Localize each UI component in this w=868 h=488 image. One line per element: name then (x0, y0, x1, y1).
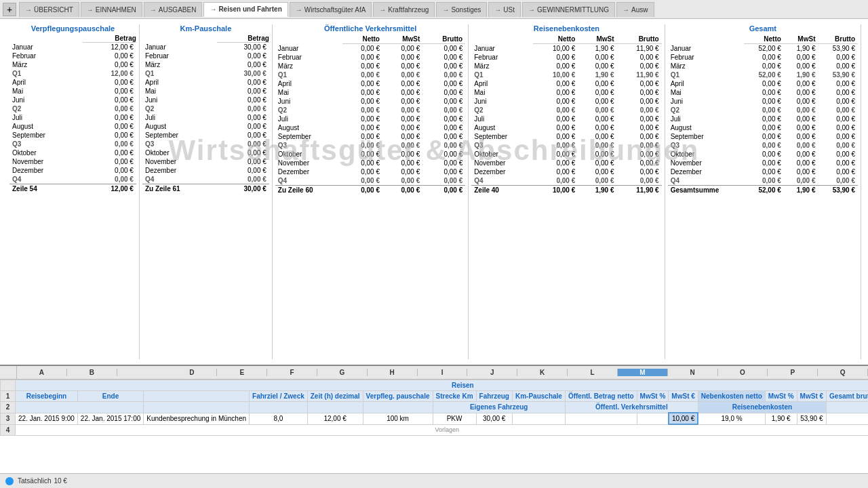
zweck-cell[interactable]: Kundenbesprechung in München (144, 413, 250, 424)
col-header-13: MwSt % (765, 391, 797, 402)
col-letter-E[interactable]: E (217, 369, 267, 376)
verpfleg-cell[interactable]: 12,00 € (307, 413, 363, 424)
col-header-10: MwSt % (637, 391, 669, 402)
upper-section: Wirtschaftsgüter & Abschreibungen Verpfl… (0, 19, 868, 365)
col-header-5: Verpfleg. pauschale (363, 391, 433, 402)
sub-header-blank4 (307, 402, 363, 413)
table-row: 3 22. Jan. 2015 9:00 22. Jan. 2015 17:00… (1, 413, 869, 424)
col-header-11: MwSt € (669, 391, 698, 402)
col-header-3: Fahrziel / Zweck (250, 391, 308, 402)
reisen-title: Reisen (16, 380, 869, 391)
col-header-4: Zeit (h) dezimal (307, 391, 363, 402)
vorlagen-label: Vorlagen (16, 424, 869, 435)
km-pausch-cell[interactable]: 30,00 € (476, 413, 512, 424)
col-letter-N[interactable]: N (668, 369, 718, 376)
col-letter-M[interactable]: M (618, 369, 668, 376)
col-letter-L[interactable]: L (568, 369, 618, 376)
status-indicator (5, 477, 14, 485)
col-letter-D[interactable]: D (167, 369, 217, 376)
mwst-eur2-cell[interactable]: 1,90 € (765, 413, 797, 424)
row-num-1: 1 (1, 391, 16, 402)
status-label: Tatsächlich (18, 477, 51, 485)
gesamt-cell[interactable]: 53,90 € (797, 413, 826, 424)
sub-oeff: Öffentl. Verkehrsmittel (565, 402, 698, 413)
col-letter-K[interactable]: K (517, 369, 568, 376)
col-header-9: Öffentl. Betrag netto (565, 391, 637, 402)
status-bar: Tatsächlich 10 € (0, 473, 868, 488)
col-letter-B[interactable]: B (67, 369, 117, 376)
tab-einnahmen[interactable]: →EINNAHMEN (81, 2, 142, 17)
reisebeginn-cell[interactable]: 22. Jan. 2015 9:00 (16, 413, 78, 424)
status-value: 10 € (54, 477, 66, 485)
col-header-12: Nebenkosten netto (698, 391, 765, 402)
tab-sonstiges[interactable]: →Sonstiges (436, 2, 487, 17)
col-letter-A[interactable]: A (17, 369, 67, 376)
row-num-4: 4 (1, 424, 16, 435)
col-letter-Q[interactable]: Q (818, 369, 868, 376)
oeff-netto-cell[interactable] (512, 413, 565, 424)
mwst-pct1-cell[interactable] (565, 413, 637, 424)
col-letter-O[interactable]: O (718, 369, 768, 376)
fahrzeug-cell[interactable]: PKW (433, 413, 476, 424)
tab-ust[interactable]: →USt (488, 2, 521, 17)
tab-gewinnermittlung[interactable]: →GEWINNERMITTLUNG (522, 2, 615, 17)
col-header-6: Strecke Km (433, 391, 476, 402)
sub-blank-end (827, 402, 868, 413)
col-header-7: Fahrzeug (476, 391, 512, 402)
tab-übersicht[interactable]: →ÜBERSICHT (19, 2, 79, 17)
col-header-2 (144, 391, 250, 402)
col-letter-P[interactable]: P (768, 369, 818, 376)
sub-reise: Reisenebenkosten (698, 402, 826, 413)
section-oeff: Öffentliche VerkehrsmittelNettoMwStBrutt… (273, 24, 469, 359)
ende-cell[interactable]: 22. Jan. 2015 17:00 (77, 413, 143, 424)
col-header-0: Reisebeginn (16, 391, 78, 402)
mwst-eur1-cell[interactable] (637, 413, 669, 424)
tab-bar: + →ÜBERSICHT→EINNAHMEN→AUSGABEN→Reisen u… (0, 0, 868, 19)
mwst-pct2-cell[interactable]: 19,0 % (698, 413, 765, 424)
sub-header-blank2 (144, 402, 250, 413)
sub-header-blank5 (363, 402, 433, 413)
col-header-8: Km-Pauschale (512, 391, 565, 402)
row-num-2: 2 (1, 402, 16, 413)
data-grid: Reisen 1ReisebeginnEndeFahrziel / ZweckZ… (0, 380, 868, 488)
row-num-header (0, 366, 17, 379)
col-letter-bar: ABDEFGHIJKLMNOPQ (0, 366, 868, 380)
sub-header-blank (16, 402, 144, 413)
col-letter-H[interactable]: H (368, 369, 418, 376)
add-tab-button[interactable]: + (3, 3, 16, 16)
strecke-cell[interactable]: 100 km (363, 413, 433, 424)
col-header-15: Gesamt brutto (827, 391, 868, 402)
row-num-cell: 3 (1, 413, 16, 424)
tab-wirtschaftsgüter-afa[interactable]: →Wirtschaftsgüter AfA (290, 2, 372, 17)
row-num-col (1, 380, 16, 391)
tab-ausgaben[interactable]: →AUSGABEN (144, 2, 203, 17)
col-letter-G[interactable]: G (317, 369, 368, 376)
section-km: Km-PauschaleBetrag Januar 30,00 € Februa… (140, 24, 273, 359)
sub-eigenes: Eigenes Fahrzeug (433, 402, 565, 413)
col-header-14: MwSt € (797, 391, 826, 402)
section-reise: ReisenebenkostenNettoMwStBrutto Januar 1… (469, 24, 665, 359)
neben-netto-cell[interactable]: 10,00 € (669, 413, 698, 424)
vorlagen-row: 4 Vorlagen (1, 424, 869, 435)
col-letter-J[interactable]: J (467, 369, 517, 376)
sub-header-blank3 (250, 402, 308, 413)
col-letter-F[interactable]: F (267, 369, 317, 376)
col-letter-I[interactable]: I (418, 369, 468, 376)
beleg-cell[interactable] (827, 413, 868, 424)
section-gesamt: GesamtNettoMwStBrutto Januar 52,00 € 1,9… (665, 24, 861, 359)
tab-reisen-und-fahrten[interactable]: →Reisen und Fahrten (203, 2, 288, 17)
tab-ausw[interactable]: →Ausw (616, 2, 654, 17)
col-header-1: Ende (77, 391, 143, 402)
tab-kraftfahrzeug[interactable]: →Kraftfahrzeug (373, 2, 435, 17)
lower-section: ABDEFGHIJKLMNOPQ Reisen 1ReisebeginnEnde… (0, 365, 868, 488)
zeit-cell[interactable]: 8,0 (250, 413, 308, 424)
section-verpflegung: VerpflegungspauschaleBetrag Januar 12,00… (7, 24, 140, 359)
